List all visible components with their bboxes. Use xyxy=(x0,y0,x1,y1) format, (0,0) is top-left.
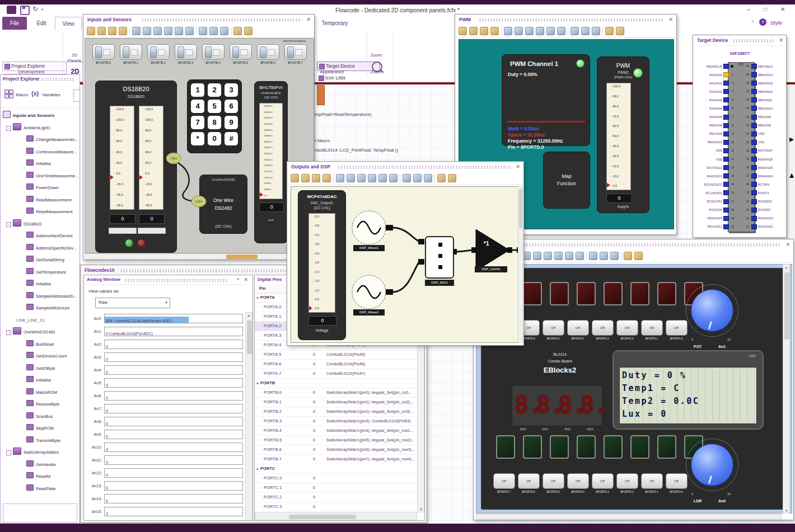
switch-body[interactable] xyxy=(120,44,142,60)
pot-knob[interactable] xyxy=(691,289,733,332)
toggle-button[interactable]: Off xyxy=(592,320,614,336)
tab-temporary[interactable]: Temporary xyxy=(316,17,354,30)
digital-row-portb-0[interactable]: PORTB.00SwitchArraySlider1(pin0), keypad… xyxy=(255,388,417,398)
digital-row-porta-5[interactable]: PORTA.50ComboBL0114(PinA5) xyxy=(255,350,417,360)
inputs-horizontal-scrollbar[interactable] xyxy=(85,253,314,260)
tab-view[interactable]: View xyxy=(55,17,82,30)
scale-pointer[interactable] xyxy=(260,192,263,197)
tool-icon[interactable] xyxy=(185,27,194,35)
digital-row-portc-2[interactable]: PORTC.20 xyxy=(255,493,417,502)
target-close-icon[interactable]: ✕ xyxy=(779,37,783,43)
analog-value-field[interactable]: 0 xyxy=(104,340,243,349)
tool-icon[interactable] xyxy=(490,27,499,35)
analog-close-icon[interactable]: ✕ xyxy=(244,277,248,283)
digital-row-portb-2[interactable]: PORTB.20SwitchArraySlider1(pin2), keypad… xyxy=(255,407,417,417)
analog-value-field[interactable]: 825 ComboBL0114(LightSensor ADC) xyxy=(104,314,243,323)
tree-item-addressnextdevice[interactable]: AddressNextDevice xyxy=(1,230,80,242)
scroll-up-arrow-icon[interactable]: ▴ xyxy=(789,170,794,180)
tool-icon[interactable] xyxy=(448,174,456,182)
expand-toggle-icon[interactable]: - xyxy=(6,126,11,131)
mixer-block[interactable] xyxy=(425,236,454,279)
keypad-key-2[interactable]: 2 xyxy=(208,83,221,97)
target-title-bar[interactable]: Target Device ✕ xyxy=(693,35,786,46)
analog-header[interactable]: Analog Window • ✕ xyxy=(84,275,252,285)
tool-icon[interactable] xyxy=(437,174,446,182)
switch-body[interactable] xyxy=(230,44,252,60)
tool-icon[interactable] xyxy=(469,27,478,35)
slider-switch-portb-4[interactable]: $PORTB.4 xyxy=(199,44,227,64)
tool-icon[interactable] xyxy=(322,174,331,182)
scroll-thumb[interactable] xyxy=(289,515,356,519)
digital-horizontal-scrollbar[interactable] xyxy=(255,512,417,520)
slider-switch-portb-5[interactable]: $PORTB.5 xyxy=(227,44,254,64)
tool-icon[interactable] xyxy=(504,27,512,35)
tool-icon[interactable] xyxy=(97,27,106,35)
tree-item-initialise[interactable]: Initialise xyxy=(1,278,80,290)
view-values-dropdown[interactable]: Raw ▾ xyxy=(95,298,170,308)
keypad-key-6[interactable]: 6 xyxy=(225,100,238,113)
toggle-button[interactable]: Off xyxy=(616,320,638,336)
tool-icon[interactable] xyxy=(624,252,632,260)
tool-icon[interactable] xyxy=(301,174,310,182)
analog-value-field[interactable]: 0 xyxy=(104,455,243,465)
toggle-button[interactable]: Off xyxy=(543,473,564,489)
tool-icon[interactable] xyxy=(291,174,299,182)
scroll-thumb[interactable] xyxy=(784,272,789,340)
style-menu[interactable]: Style xyxy=(770,20,782,26)
switch-body[interactable] xyxy=(257,44,279,60)
toggle-button[interactable]: Off xyxy=(543,320,564,336)
keypad-key-*[interactable]: * xyxy=(191,132,204,145)
tree-item-ambientlight1[interactable]: -AmbientLight1 xyxy=(1,122,80,134)
expand-toggle-icon[interactable]: - xyxy=(6,330,11,335)
toggle-button[interactable]: Off xyxy=(666,473,688,489)
slider-switch-portb-3[interactable]: $PORTB.3 xyxy=(172,44,199,64)
digital-row-portc-1[interactable]: PORTC.10 xyxy=(255,483,417,493)
tool-icon[interactable] xyxy=(132,27,141,35)
expand-toggle-icon[interactable]: - xyxy=(6,450,11,455)
minimize-button[interactable]: – xyxy=(747,6,750,12)
tool-icon[interactable] xyxy=(515,27,523,35)
keypad-key-3[interactable]: 3 xyxy=(225,83,238,97)
tree-item-initialise[interactable]: Initialise xyxy=(1,374,80,387)
tree-item-addressspecificdev[interactable]: AddressSpecificDev... xyxy=(1,242,80,255)
switch-body[interactable] xyxy=(202,44,225,60)
tool-icon[interactable] xyxy=(233,27,242,35)
tree-item-matchrom[interactable]: MatchROM xyxy=(1,387,80,399)
tree-item-sampleaddressedd[interactable]: SampleAddressedD... xyxy=(1,290,80,303)
tool-icon[interactable] xyxy=(244,27,252,35)
tool-icon[interactable] xyxy=(357,174,366,182)
tree-item-ds18b20[interactable]: -DS18B20 xyxy=(1,218,80,230)
toggle-button[interactable]: Off xyxy=(567,320,589,336)
slider-switch-portb-7[interactable]: $PORTB.7 xyxy=(282,44,309,64)
digital-row-portc-0[interactable]: PORTC.00 xyxy=(255,474,417,483)
analog-value-field[interactable]: 0 xyxy=(104,404,243,413)
pwm-title-bar[interactable]: PWM ✕ xyxy=(455,15,676,25)
analog-value-field[interactable]: 0 xyxy=(104,365,243,375)
tree-item-getserialstring[interactable]: GetSerialString xyxy=(1,254,80,266)
analog-value-field[interactable]: 0 xyxy=(104,430,243,439)
scale-pointer[interactable] xyxy=(139,175,143,180)
dsp-vertical-scrollbar[interactable] xyxy=(518,186,523,343)
switch-body[interactable] xyxy=(284,44,307,60)
group-arrow-icon[interactable]: ▸ xyxy=(257,467,259,470)
tree-item-getidbyte[interactable]: GetIDByte xyxy=(1,362,80,375)
scroll-right-arrow-icon[interactable]: ▸ xyxy=(789,134,794,144)
tool-icon[interactable] xyxy=(610,252,619,260)
tool-icon[interactable] xyxy=(565,252,573,260)
digital-row-portb-4[interactable]: PORTB.40SwitchArraySlider1(pin4), keypad… xyxy=(255,426,417,436)
toggle-button[interactable]: Off xyxy=(592,473,614,489)
tree-item-link-line-13[interactable]: LINK_LINE_13 xyxy=(1,314,80,327)
tree-item-switcharraysliders[interactable]: -SwitchArraySliders xyxy=(1,446,80,459)
analog-value-field[interactable]: 0 xyxy=(104,352,243,362)
keypad-key-5[interactable]: 5 xyxy=(208,100,221,113)
tree-item-gettemperature[interactable]: GetTemperature xyxy=(1,266,80,279)
tool-icon[interactable] xyxy=(336,174,344,182)
tree-item-busreset[interactable]: BusReset xyxy=(1,338,80,351)
digital-row-portc-3[interactable]: PORTC.30 xyxy=(255,502,417,512)
tool-icon[interactable] xyxy=(544,252,552,260)
analog-value-field[interactable]: 0 xyxy=(104,442,243,452)
tool-icon[interactable] xyxy=(459,27,467,35)
tool-icon[interactable] xyxy=(368,174,376,182)
tool-icon[interactable] xyxy=(119,27,127,35)
tree-item-samplealldevices[interactable]: SampleAllDevices xyxy=(1,302,80,314)
